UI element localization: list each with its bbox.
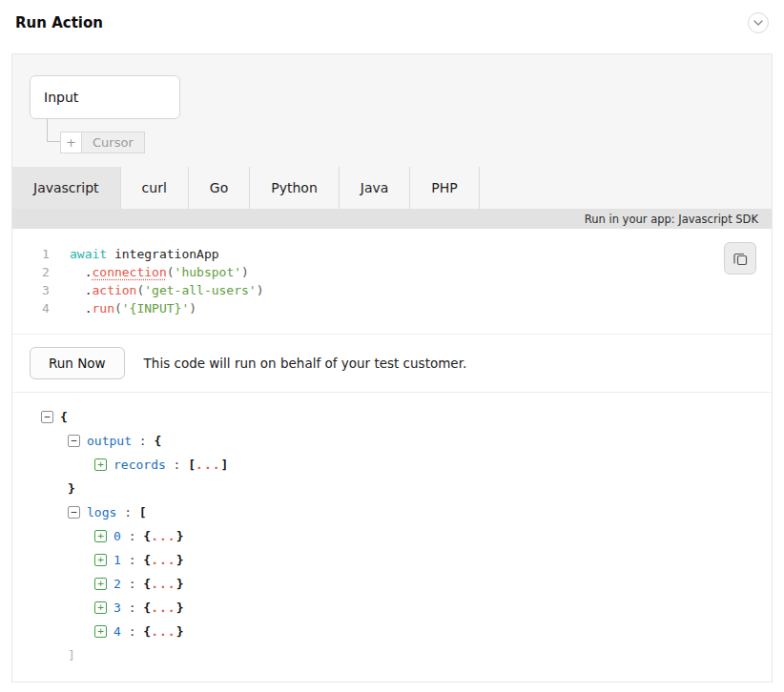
code-section: 1await integrationApp2 .connection('hubs… [12, 229, 772, 335]
flow-section: Input + Cursor [12, 54, 772, 167]
tree-segment-dots: ... [151, 577, 175, 591]
tree-segment-brace: { [154, 434, 161, 448]
tab-java[interactable]: Java [340, 167, 411, 209]
input-node[interactable]: Input [30, 75, 180, 119]
tab-javascript[interactable]: Javascript [12, 167, 121, 209]
tree-segment-colon: : [121, 529, 143, 543]
tree-row: +records : [...] [94, 453, 772, 477]
tree-row: −output : { [68, 429, 772, 453]
expand-toggle-icon[interactable]: + [94, 458, 107, 471]
tab-go[interactable]: Go [189, 167, 250, 209]
collapse-toggle-icon[interactable]: − [68, 435, 80, 447]
run-row: Run Now This code will run on behalf of … [12, 335, 772, 393]
code-line: 2 .connection('hubspot') [12, 263, 772, 281]
tree-segment-key: 2 [113, 577, 121, 591]
tree-row: −{ [41, 405, 772, 429]
language-tabs: JavascriptcurlGoPythonJavaPHP [12, 167, 772, 209]
tree-segment-dots: ... [151, 600, 175, 615]
result-tree: −{−output : {+records : [...]}−logs : [+… [12, 393, 772, 682]
line-number: 1 [12, 245, 70, 263]
tree-segment-brace: { [143, 529, 151, 543]
tree-segment-colon: : [116, 505, 138, 519]
expand-toggle-icon[interactable]: + [94, 601, 107, 614]
collapse-toggle-icon[interactable]: − [41, 411, 53, 423]
tree-segment-colon: : [121, 624, 143, 639]
tree-segment-colon: : [121, 553, 143, 567]
tree-segment-colon: : [166, 458, 188, 472]
code-token-keyword: await [70, 245, 114, 263]
input-node-label: Input [44, 90, 78, 105]
code-token-plain: . [70, 281, 92, 299]
tree-segment-colon: : [121, 577, 143, 591]
tree-segment-key: 0 [113, 529, 121, 543]
code-token-punct: ) [241, 263, 249, 281]
tree-row: −logs : [ [68, 500, 772, 524]
collapse-section-button[interactable] [748, 12, 769, 33]
code-token-string: 'hubspot' [175, 263, 241, 281]
expand-toggle-icon[interactable]: + [94, 578, 107, 590]
page-title: Run Action [15, 14, 103, 31]
code-token-method: run [92, 299, 113, 317]
copy-code-button[interactable] [724, 242, 756, 275]
cursor-chip[interactable]: + Cursor [60, 132, 145, 153]
code-token-punct: ) [189, 299, 196, 317]
tree-segment-brace: { [143, 600, 151, 615]
tab-python[interactable]: Python [250, 167, 340, 209]
tree-row: +3 : {...} [94, 596, 772, 620]
chevron-down-icon [753, 20, 763, 26]
tree-row: } [68, 477, 772, 500]
tree-connector-line [47, 119, 60, 142]
code-token-method-underline: connection [92, 263, 166, 281]
tree-segment-key: 4 [113, 624, 121, 639]
code-token-plain: . [70, 299, 92, 317]
expand-toggle-icon[interactable]: + [94, 554, 107, 566]
page-header: Run Action [0, 0, 784, 41]
tree-segment-brace-dim: ] [68, 648, 75, 662]
tree-segment-key: 3 [113, 600, 121, 615]
collapse-toggle-icon[interactable]: − [68, 506, 80, 519]
tree-row: +1 : {...} [94, 548, 772, 572]
tree-row: +2 : {...} [94, 572, 772, 596]
expand-toggle-icon[interactable]: + [94, 625, 107, 638]
tree-segment-key: logs [87, 505, 116, 519]
copy-icon [733, 252, 748, 266]
tree-segment-brace: } [68, 481, 75, 496]
run-note: This code will run on behalf of your tes… [144, 356, 467, 371]
sdk-bar: Run in your app: Javascript SDK [12, 209, 772, 229]
tree-segment-brace: ] [221, 458, 229, 472]
tree-segment-brace: { [60, 410, 68, 424]
tab-curl[interactable]: curl [121, 167, 189, 209]
tree-row: ] [68, 643, 772, 667]
tree-segment-brace: { [143, 553, 151, 567]
tab-php[interactable]: PHP [410, 167, 479, 209]
tree-segment-brace: } [176, 624, 184, 639]
tree-row: +0 : {...} [94, 524, 772, 548]
code-token-punct: ( [114, 299, 122, 317]
tree-segment-dots: ... [151, 553, 175, 567]
tree-segment-key: 1 [113, 553, 121, 567]
code-token-punct: ) [257, 281, 264, 299]
code-token-punct: ( [167, 263, 175, 281]
sdk-bar-label: Run in your app: Javascript SDK [585, 213, 758, 226]
tree-segment-dots: ... [151, 624, 175, 639]
cursor-label: Cursor [82, 135, 144, 150]
tree-segment-dots: ... [151, 529, 175, 543]
tree-segment-key: output [87, 434, 132, 448]
plus-icon[interactable]: + [61, 132, 82, 153]
tree-segment-brace: } [176, 577, 184, 591]
run-action-panel: Input + Cursor JavascriptcurlGoPythonJav… [11, 53, 773, 682]
code-token-method: action [92, 281, 136, 299]
code-token-plain: . [70, 263, 92, 281]
tree-segment-brace: { [143, 577, 151, 591]
tree-segment-dots: ... [196, 458, 220, 472]
tree-segment-colon: : [132, 434, 154, 448]
code-token-punct: ( [136, 281, 144, 299]
expand-toggle-icon[interactable]: + [94, 530, 107, 542]
tree-segment-brace: [ [139, 505, 147, 519]
tree-segment-colon: : [121, 600, 143, 615]
line-number: 3 [12, 281, 70, 299]
tree-segment-key: records [113, 458, 166, 472]
code-token-string: '{INPUT}' [122, 299, 189, 317]
tree-segment-brace: { [143, 624, 151, 639]
run-now-button[interactable]: Run Now [30, 347, 125, 379]
